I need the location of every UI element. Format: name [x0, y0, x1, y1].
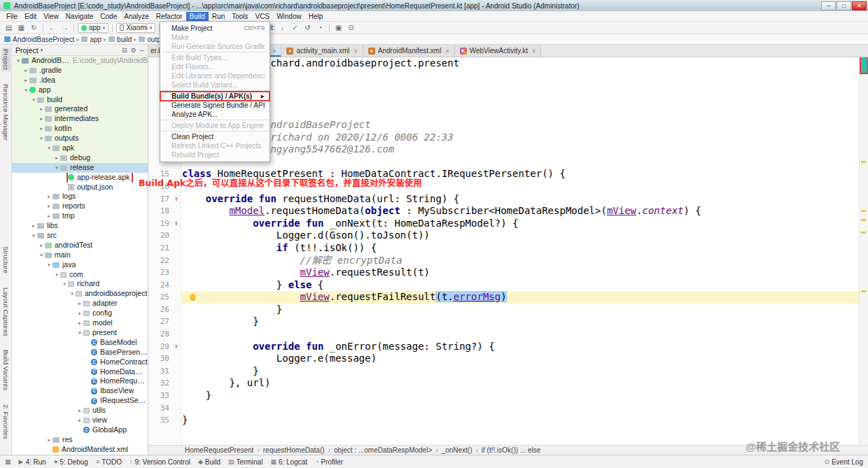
tree-toggle-icon[interactable]: ▾: [76, 328, 83, 338]
toolstrip-layout-captures[interactable]: Layout Captures: [1, 286, 10, 338]
build-menu-item-edit-build-types[interactable]: Edit Build Types...: [160, 53, 270, 62]
build-menu-item-rebuild-project[interactable]: Rebuild Project: [160, 150, 270, 159]
code-line-20[interactable]: 20 Logger.d(Gson().toJson(t)): [148, 229, 859, 242]
menu-vcs[interactable]: VCS: [252, 12, 274, 21]
project-panel-title[interactable]: Project: [15, 46, 38, 55]
tree-item-androidbaseproject[interactable]: ▾AndroidBaseProjectE:\code_study\Android…: [12, 56, 148, 66]
build-menu-item-generate-signed-bundle-apk[interactable]: Generate Signed Bundle / APK...: [160, 101, 270, 110]
code-line-27[interactable]: 27 }: [148, 315, 859, 328]
tree-item-intermediates[interactable]: ▸intermediates: [12, 114, 148, 124]
tree-item-release[interactable]: ▾release: [12, 163, 148, 173]
tree-item-java[interactable]: ▾java: [12, 260, 148, 270]
device-selector[interactable]: Xiaomi▾: [116, 23, 155, 33]
tree-item-gradle[interactable]: ▸.gradle: [12, 66, 148, 76]
code-line-34[interactable]: 34: [148, 402, 859, 415]
statusbar-debug-toolwindow[interactable]: ●5: Debug: [54, 458, 88, 466]
editor-breadcrumb-3[interactable]: _onNext(): [442, 446, 472, 454]
build-menu-item-clean-project[interactable]: Clean Project: [160, 132, 270, 141]
tree-item-androidtest[interactable]: ▸androidTest: [12, 241, 148, 250]
open-project-icon[interactable]: ▤: [4, 23, 14, 33]
tree-toggle-icon[interactable]: ▸: [38, 124, 45, 134]
tree-item-app[interactable]: ▾app: [12, 85, 148, 95]
tree-toggle-icon[interactable]: ▾: [53, 270, 60, 280]
save-all-icon[interactable]: ▦: [16, 23, 27, 33]
warning-stripe-mark[interactable]: [861, 219, 866, 221]
tree-item-homecontract[interactable]: CHomeContract: [12, 357, 148, 367]
tree-toggle-icon[interactable]: ▸: [76, 309, 83, 318]
code-line-18[interactable]: 18 mModel.requestHomeData(object : MySub…: [148, 205, 859, 218]
tree-item-debug[interactable]: ▸debug: [12, 153, 148, 163]
tree-toggle-icon[interactable]: ▸: [46, 192, 52, 201]
settings-icon[interactable]: ⚙: [131, 47, 136, 54]
tree-item-utils[interactable]: ▸utils: [12, 406, 148, 416]
menu-window[interactable]: Window: [273, 12, 305, 21]
tree-toggle-icon[interactable]: ▸: [46, 211, 52, 221]
tab-activity-main-xml[interactable]: xactivity_main.xml×: [281, 45, 363, 57]
tree-toggle-icon[interactable]: ▸: [30, 221, 37, 231]
tree-toggle-icon[interactable]: ▸: [22, 66, 29, 76]
menu-code[interactable]: Code: [97, 12, 120, 21]
tree-item-res[interactable]: ▸res: [12, 435, 148, 445]
tab-webviewactivity-kt[interactable]: KWebViewActivity.kt×: [455, 45, 542, 57]
git-update-icon[interactable]: ↓: [277, 23, 288, 33]
build-menu-item-edit-libraries-and-dependencies[interactable]: Edit Libraries and Dependencies...: [160, 71, 270, 80]
tree-item-androidbaseproject[interactable]: ▾androidbaseproject: [12, 289, 148, 299]
breadcrumb-androidbaseproject[interactable]: AndroidBaseProject: [4, 36, 74, 43]
tree-item-main[interactable]: ▾main: [12, 250, 148, 260]
statusbar-version-control-toolwindow[interactable]: ↑9: Version Control: [130, 458, 190, 466]
menu-file[interactable]: File: [3, 12, 21, 21]
tree-toggle-icon[interactable]: ▾: [22, 85, 29, 95]
tree-toggle-icon[interactable]: ▾: [46, 143, 52, 153]
tree-item-src[interactable]: ▾src: [12, 231, 148, 241]
tree-toggle-icon[interactable]: ▾: [15, 56, 22, 66]
tree-toggle-icon[interactable]: ▸: [46, 201, 52, 211]
tree-item-logs[interactable]: ▸logs: [12, 192, 148, 201]
tree-item-homerequsetpresent[interactable]: CHomeRequsetPresent: [12, 376, 148, 386]
menu-view[interactable]: View: [40, 12, 62, 21]
warning-stripe-mark[interactable]: [861, 210, 866, 212]
code-line-21[interactable]: 21 if (t!!.isOk()) {: [148, 242, 859, 255]
build-menu-item-refresh-linked-c-projects[interactable]: Refresh Linked C++ Projects: [160, 141, 270, 150]
statusbar-run-toolwindow[interactable]: ▶4: Run: [19, 458, 46, 466]
menu-refactor[interactable]: Refactor: [153, 12, 186, 21]
warning-stripe-mark[interactable]: [861, 161, 866, 163]
editor-breadcrumb-2[interactable]: object : ...omeDataRespModel>: [334, 446, 432, 454]
tree-item-generated[interactable]: ▸generated: [12, 104, 148, 114]
menu-analyze[interactable]: Analyze: [120, 12, 153, 21]
tree-item-present[interactable]: ▾present: [12, 328, 148, 338]
tree-toggle-icon[interactable]: ▸: [38, 241, 45, 250]
code-line-25[interactable]: 25 mView.requestFailResult(t.errorMsg): [148, 291, 859, 304]
build-menu-item-build-bundle-s-apk-s[interactable]: Build Bundle(s) / APK(s)▶: [160, 92, 270, 101]
tree-item-adapter[interactable]: ▸adapter: [12, 299, 148, 309]
tree-toggle-icon[interactable]: ▸: [22, 76, 29, 85]
forward-icon[interactable]: →: [59, 23, 70, 33]
toolwindow-switcher-icon[interactable]: ▦: [5, 458, 11, 465]
tree-toggle-icon[interactable]: ▾: [38, 134, 45, 143]
menu-run[interactable]: Run: [209, 12, 228, 21]
tree-toggle-icon[interactable]: ▸: [76, 416, 83, 425]
diff-icon[interactable]: ▣: [333, 23, 344, 33]
run-config-selector[interactable]: app▾: [78, 23, 108, 33]
tree-item-homedatacontract[interactable]: CHomeDataContract: [12, 367, 148, 377]
statusbar-terminal-toolwindow[interactable]: ▤Terminal: [228, 458, 262, 466]
breadcrumb-build[interactable]: build: [108, 36, 132, 43]
tree-toggle-icon[interactable]: ▾: [53, 163, 60, 173]
git-history-icon[interactable]: ◔: [315, 23, 326, 33]
tree-toggle-icon[interactable]: ▸: [38, 114, 45, 124]
tree-item-androidmanifest-xml[interactable]: AndroidManifest.xml: [12, 445, 148, 455]
tree-item-app-release-apk[interactable]: app-release.apk: [12, 173, 148, 183]
code-line-29[interactable]: 29↑ override fun _onError(message: Strin…: [148, 341, 859, 353]
close-icon[interactable]: ×: [532, 48, 536, 55]
editor-scrollbar[interactable]: [859, 57, 868, 445]
tree-item-basemodel[interactable]: CBaseModel: [12, 338, 148, 348]
code-line-32[interactable]: 32 }, url): [148, 377, 859, 390]
menu-tools[interactable]: Tools: [228, 12, 251, 21]
build-menu-item-select-build-variant[interactable]: Select Build Variant...: [160, 80, 270, 90]
tree-toggle-icon[interactable]: ▾: [46, 260, 52, 270]
tree-item-basepersenter[interactable]: CBasePersenter: [12, 348, 148, 357]
editor-breadcrumb-4[interactable]: if (t!!.isOk()) ... else: [482, 446, 540, 454]
close-icon[interactable]: ×: [354, 48, 358, 55]
statusbar-build-toolwindow[interactable]: ◆Build: [198, 458, 220, 466]
tree-toggle-icon[interactable]: ▾: [38, 250, 45, 260]
minimize-button[interactable]: ─: [821, 1, 836, 10]
